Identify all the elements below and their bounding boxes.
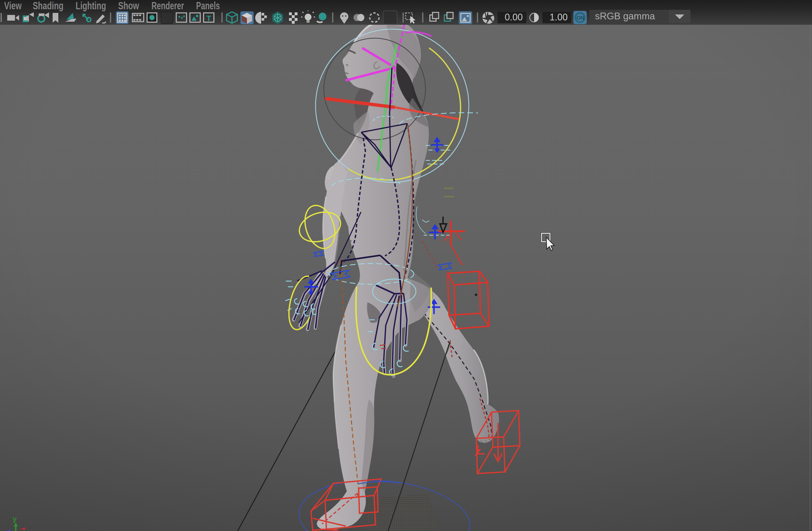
svg-text:T: T bbox=[206, 14, 211, 23]
svg-text:Lighting: Lighting bbox=[76, 0, 106, 11]
svg-text:1.00: 1.00 bbox=[550, 12, 568, 23]
svg-text:Renderer: Renderer bbox=[151, 0, 184, 11]
svg-text:Show: Show bbox=[118, 0, 139, 11]
svg-text:View: View bbox=[4, 0, 22, 11]
svg-text:Panels: Panels bbox=[196, 0, 220, 11]
svg-text:Shading: Shading bbox=[33, 0, 63, 11]
svg-text:0.00: 0.00 bbox=[505, 12, 523, 23]
svg-text:sRGB gamma: sRGB gamma bbox=[595, 11, 655, 21]
svg-text:ON: ON bbox=[577, 15, 584, 20]
svg-text:y: y bbox=[13, 515, 17, 523]
